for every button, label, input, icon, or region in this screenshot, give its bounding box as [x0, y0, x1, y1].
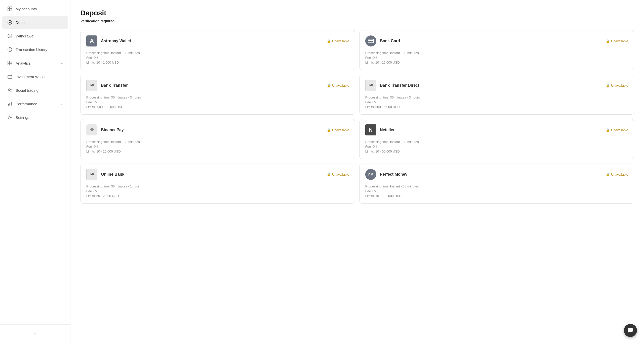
- processing-time-value: Instant - 30 minutes: [390, 184, 419, 188]
- limits-value: 10 - 10,000 USD: [375, 61, 400, 64]
- fee-value: 0%: [93, 56, 98, 60]
- unavailable-badge: 🔒 Unavailable: [606, 84, 628, 87]
- wallet-icon: [7, 74, 13, 79]
- processing-time-label: Processing time: [86, 51, 109, 55]
- payment-card-bank-transfer[interactable]: INR Bank Transfer 🔒 Unavailable Processi…: [80, 75, 355, 115]
- limits-label: Limits: [365, 105, 374, 109]
- chat-button[interactable]: [624, 324, 637, 337]
- sidebar-item-label: Investment Wallet: [16, 75, 46, 79]
- svg-rect-10: [8, 63, 10, 65]
- fee-value: 0%: [93, 145, 98, 149]
- unavailable-badge: 🔒 Unavailable: [606, 39, 628, 43]
- limits-value: 10 - 1,000 USD: [96, 61, 119, 64]
- sidebar-item-label: Analytics: [16, 61, 31, 65]
- unavailable-badge: 🔒 Unavailable: [327, 128, 349, 132]
- sidebar-item-social-trading[interactable]: Social trading: [2, 84, 68, 96]
- sidebar-item-deposit[interactable]: Deposit: [2, 16, 68, 29]
- status-text: Unavailable: [611, 84, 628, 87]
- card-details: Processing time Instant - 30 minutes Fee…: [365, 51, 628, 64]
- payment-card-astropay[interactable]: A Astropay Wallet 🔒 Unavailable Processi…: [80, 30, 355, 70]
- limits-row: Limits 10 - 50,000 USD: [365, 150, 628, 153]
- processing-time-value: Instant - 30 minutes: [111, 51, 140, 55]
- svg-point-15: [11, 89, 12, 90]
- processing-time-label: Processing time: [365, 95, 388, 99]
- lock-icon: 🔒: [606, 128, 610, 132]
- card-name: Astropay Wallet: [101, 39, 327, 43]
- sidebar-item-investment-wallet[interactable]: Investment Wallet: [2, 70, 68, 83]
- card-header: Bank Card 🔒 Unavailable: [365, 35, 628, 46]
- fee-label: Fee: [365, 145, 371, 149]
- processing-time-row: Processing time 30 minutes - 3 hours: [365, 95, 628, 99]
- card-details: Processing time Instant - 30 minutes Fee…: [86, 140, 349, 153]
- sidebar-item-label: My accounts: [16, 7, 37, 11]
- fee-value: 0%: [372, 189, 377, 193]
- card-header: A Astropay Wallet 🔒 Unavailable: [86, 35, 349, 46]
- payment-grid: A Astropay Wallet 🔒 Unavailable Processi…: [80, 30, 634, 204]
- processing-time-row: Processing time Instant - 30 minutes: [365, 140, 628, 144]
- unavailable-badge: 🔒 Unavailable: [327, 39, 349, 43]
- card-details: Processing time Instant - 30 minutes Fee…: [86, 51, 349, 64]
- sidebar-item-my-accounts[interactable]: My accounts: [2, 3, 68, 15]
- payment-card-perfect-money[interactable]: PM Perfect Money 🔒 Unavailable Processin…: [359, 164, 634, 204]
- card-name: Bank Transfer Direct: [380, 83, 606, 88]
- gear-icon: [7, 115, 13, 120]
- processing-time-label: Processing time: [86, 95, 109, 99]
- sidebar-item-label: Deposit: [16, 20, 28, 25]
- payment-card-bank-transfer-direct[interactable]: INR Bank Transfer Direct 🔒 Unavailable P…: [359, 75, 634, 115]
- limits-row: Limits 10 - 100,000 USD: [365, 194, 628, 198]
- unavailable-badge: 🔒 Unavailable: [327, 84, 349, 87]
- svg-point-14: [9, 89, 10, 90]
- page-title: Deposit: [80, 9, 634, 17]
- collapse-sidebar-button[interactable]: ‹: [5, 329, 65, 338]
- limits-row: Limits 10 - 20,000 USD: [86, 150, 349, 153]
- sidebar-item-label: Settings: [16, 115, 29, 120]
- verification-notice: Verification required: [80, 19, 634, 23]
- users-icon: [7, 87, 13, 93]
- sidebar-item-label: Social trading: [16, 88, 38, 92]
- status-text: Unavailable: [611, 173, 628, 176]
- unavailable-badge: 🔒 Unavailable: [606, 173, 628, 176]
- sidebar-item-transaction-history[interactable]: Transaction history: [2, 43, 68, 56]
- fee-label: Fee: [365, 56, 371, 60]
- sidebar-item-settings[interactable]: Settings ⌄: [2, 111, 68, 124]
- lock-icon: 🔒: [327, 128, 331, 132]
- card-logo: N: [365, 124, 376, 135]
- processing-time-label: Processing time: [365, 140, 388, 144]
- card-name: BinancePay: [101, 128, 327, 132]
- svg-rect-3: [10, 9, 12, 11]
- card-details: Processing time Instant - 30 minutes Fee…: [365, 140, 628, 153]
- unavailable-badge: 🔒 Unavailable: [606, 128, 628, 132]
- payment-card-bank-card[interactable]: Bank Card 🔒 Unavailable Processing time …: [359, 30, 634, 70]
- processing-time-row: Processing time 30 minutes - 1 hour: [86, 184, 349, 188]
- fee-row: Fee 0%: [86, 189, 349, 193]
- card-name: Bank Card: [380, 39, 606, 43]
- analytics-icon: [7, 60, 13, 66]
- payment-card-online-bank[interactable]: INR Online Bank 🔒 Unavailable Processing…: [80, 164, 355, 204]
- lock-icon: 🔒: [606, 84, 610, 87]
- circle-dot-icon: [7, 20, 13, 25]
- status-text: Unavailable: [332, 128, 349, 132]
- payment-card-binancepay[interactable]: BinancePay 🔒 Unavailable Processing time…: [80, 119, 355, 159]
- chevron-down-icon: ⌄: [61, 61, 63, 65]
- chevron-down-icon: ⌄: [61, 116, 63, 119]
- sidebar-item-performance[interactable]: Performance ⌄: [2, 97, 68, 110]
- card-header: INR Bank Transfer 🔒 Unavailable: [86, 80, 349, 91]
- card-details: Processing time 30 minutes - 3 hours Fee…: [86, 95, 349, 109]
- processing-time-value: 30 minutes - 3 hours: [390, 95, 420, 99]
- fee-label: Fee: [365, 100, 371, 104]
- payment-card-neteller[interactable]: N Neteller 🔒 Unavailable Processing time…: [359, 119, 634, 159]
- limits-label: Limits: [86, 150, 95, 153]
- card-header: INR Bank Transfer Direct 🔒 Unavailable: [365, 80, 628, 91]
- sidebar-item-withdrawal[interactable]: Withdrawal: [2, 30, 68, 42]
- fee-row: Fee 0%: [86, 56, 349, 60]
- limits-row: Limits 1,000 - 2,000 USD: [86, 105, 349, 109]
- lock-icon: 🔒: [606, 173, 610, 176]
- svg-rect-17: [10, 103, 10, 106]
- limits-value: 500 - 5,000 USD: [375, 105, 400, 109]
- limits-label: Limits: [86, 105, 95, 109]
- limits-value: 50 - 2,000 USD: [96, 194, 119, 198]
- processing-time-label: Processing time: [86, 140, 109, 144]
- card-header: INR Online Bank 🔒 Unavailable: [86, 169, 349, 180]
- sidebar-item-analytics[interactable]: Analytics ⌄: [2, 57, 68, 69]
- limits-value: 10 - 20,000 USD: [96, 150, 121, 153]
